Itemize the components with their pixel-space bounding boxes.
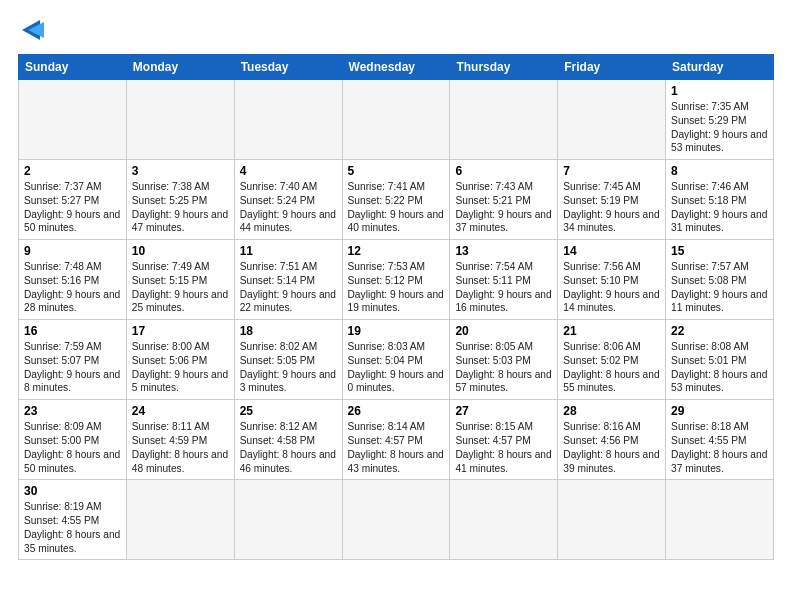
day-cell [126,80,234,160]
day-info: Sunrise: 7:45 AM Sunset: 5:19 PM Dayligh… [563,180,660,235]
day-number: 5 [348,164,445,178]
day-cell: 30Sunrise: 8:19 AM Sunset: 4:55 PM Dayli… [19,480,127,560]
weekday-header-thursday: Thursday [450,55,558,80]
day-number: 17 [132,324,229,338]
day-number: 16 [24,324,121,338]
weekday-header-monday: Monday [126,55,234,80]
day-cell [450,80,558,160]
day-cell: 27Sunrise: 8:15 AM Sunset: 4:57 PM Dayli… [450,400,558,480]
day-number: 28 [563,404,660,418]
day-info: Sunrise: 7:57 AM Sunset: 5:08 PM Dayligh… [671,260,768,315]
day-info: Sunrise: 7:37 AM Sunset: 5:27 PM Dayligh… [24,180,121,235]
day-cell: 13Sunrise: 7:54 AM Sunset: 5:11 PM Dayli… [450,240,558,320]
header [18,18,774,44]
day-cell: 16Sunrise: 7:59 AM Sunset: 5:07 PM Dayli… [19,320,127,400]
day-cell: 24Sunrise: 8:11 AM Sunset: 4:59 PM Dayli… [126,400,234,480]
day-info: Sunrise: 8:09 AM Sunset: 5:00 PM Dayligh… [24,420,121,475]
day-info: Sunrise: 8:08 AM Sunset: 5:01 PM Dayligh… [671,340,768,395]
day-cell: 22Sunrise: 8:08 AM Sunset: 5:01 PM Dayli… [666,320,774,400]
day-info: Sunrise: 7:35 AM Sunset: 5:29 PM Dayligh… [671,100,768,155]
day-cell: 8Sunrise: 7:46 AM Sunset: 5:18 PM Daylig… [666,160,774,240]
day-number: 14 [563,244,660,258]
day-number: 7 [563,164,660,178]
day-number: 8 [671,164,768,178]
day-cell: 2Sunrise: 7:37 AM Sunset: 5:27 PM Daylig… [19,160,127,240]
day-number: 29 [671,404,768,418]
day-info: Sunrise: 8:02 AM Sunset: 5:05 PM Dayligh… [240,340,337,395]
day-number: 20 [455,324,552,338]
day-cell: 26Sunrise: 8:14 AM Sunset: 4:57 PM Dayli… [342,400,450,480]
day-cell [126,480,234,560]
day-info: Sunrise: 8:11 AM Sunset: 4:59 PM Dayligh… [132,420,229,475]
day-cell: 21Sunrise: 8:06 AM Sunset: 5:02 PM Dayli… [558,320,666,400]
day-cell: 5Sunrise: 7:41 AM Sunset: 5:22 PM Daylig… [342,160,450,240]
day-cell: 4Sunrise: 7:40 AM Sunset: 5:24 PM Daylig… [234,160,342,240]
day-number: 24 [132,404,229,418]
page: SundayMondayTuesdayWednesdayThursdayFrid… [0,0,792,612]
day-info: Sunrise: 7:49 AM Sunset: 5:15 PM Dayligh… [132,260,229,315]
day-number: 19 [348,324,445,338]
day-info: Sunrise: 8:00 AM Sunset: 5:06 PM Dayligh… [132,340,229,395]
day-cell [666,480,774,560]
weekday-header-friday: Friday [558,55,666,80]
day-info: Sunrise: 8:14 AM Sunset: 4:57 PM Dayligh… [348,420,445,475]
day-cell: 12Sunrise: 7:53 AM Sunset: 5:12 PM Dayli… [342,240,450,320]
day-cell [342,480,450,560]
day-cell: 1Sunrise: 7:35 AM Sunset: 5:29 PM Daylig… [666,80,774,160]
day-cell: 29Sunrise: 8:18 AM Sunset: 4:55 PM Dayli… [666,400,774,480]
weekday-header-wednesday: Wednesday [342,55,450,80]
week-row-0: 1Sunrise: 7:35 AM Sunset: 5:29 PM Daylig… [19,80,774,160]
day-cell [342,80,450,160]
day-cell [234,80,342,160]
week-row-3: 16Sunrise: 7:59 AM Sunset: 5:07 PM Dayli… [19,320,774,400]
day-cell: 11Sunrise: 7:51 AM Sunset: 5:14 PM Dayli… [234,240,342,320]
day-cell [450,480,558,560]
day-cell: 20Sunrise: 8:05 AM Sunset: 5:03 PM Dayli… [450,320,558,400]
day-cell: 3Sunrise: 7:38 AM Sunset: 5:25 PM Daylig… [126,160,234,240]
day-cell: 6Sunrise: 7:43 AM Sunset: 5:21 PM Daylig… [450,160,558,240]
day-number: 6 [455,164,552,178]
day-cell: 25Sunrise: 8:12 AM Sunset: 4:58 PM Dayli… [234,400,342,480]
day-info: Sunrise: 8:16 AM Sunset: 4:56 PM Dayligh… [563,420,660,475]
day-cell: 10Sunrise: 7:49 AM Sunset: 5:15 PM Dayli… [126,240,234,320]
day-number: 12 [348,244,445,258]
day-number: 2 [24,164,121,178]
day-info: Sunrise: 7:40 AM Sunset: 5:24 PM Dayligh… [240,180,337,235]
day-number: 18 [240,324,337,338]
day-info: Sunrise: 7:54 AM Sunset: 5:11 PM Dayligh… [455,260,552,315]
weekday-header-saturday: Saturday [666,55,774,80]
calendar: SundayMondayTuesdayWednesdayThursdayFrid… [18,54,774,560]
day-cell: 7Sunrise: 7:45 AM Sunset: 5:19 PM Daylig… [558,160,666,240]
logo [18,18,44,44]
day-info: Sunrise: 7:59 AM Sunset: 5:07 PM Dayligh… [24,340,121,395]
day-number: 3 [132,164,229,178]
weekday-header-sunday: Sunday [19,55,127,80]
day-info: Sunrise: 7:43 AM Sunset: 5:21 PM Dayligh… [455,180,552,235]
day-number: 21 [563,324,660,338]
day-number: 22 [671,324,768,338]
day-info: Sunrise: 7:41 AM Sunset: 5:22 PM Dayligh… [348,180,445,235]
weekday-header-tuesday: Tuesday [234,55,342,80]
day-number: 4 [240,164,337,178]
week-row-1: 2Sunrise: 7:37 AM Sunset: 5:27 PM Daylig… [19,160,774,240]
day-info: Sunrise: 7:56 AM Sunset: 5:10 PM Dayligh… [563,260,660,315]
day-info: Sunrise: 7:53 AM Sunset: 5:12 PM Dayligh… [348,260,445,315]
week-row-2: 9Sunrise: 7:48 AM Sunset: 5:16 PM Daylig… [19,240,774,320]
day-cell: 19Sunrise: 8:03 AM Sunset: 5:04 PM Dayli… [342,320,450,400]
logo-icon [22,20,44,40]
day-info: Sunrise: 7:46 AM Sunset: 5:18 PM Dayligh… [671,180,768,235]
day-number: 27 [455,404,552,418]
day-cell: 28Sunrise: 8:16 AM Sunset: 4:56 PM Dayli… [558,400,666,480]
day-cell: 23Sunrise: 8:09 AM Sunset: 5:00 PM Dayli… [19,400,127,480]
day-info: Sunrise: 8:05 AM Sunset: 5:03 PM Dayligh… [455,340,552,395]
day-cell: 14Sunrise: 7:56 AM Sunset: 5:10 PM Dayli… [558,240,666,320]
day-info: Sunrise: 8:15 AM Sunset: 4:57 PM Dayligh… [455,420,552,475]
day-info: Sunrise: 7:48 AM Sunset: 5:16 PM Dayligh… [24,260,121,315]
week-row-5: 30Sunrise: 8:19 AM Sunset: 4:55 PM Dayli… [19,480,774,560]
day-number: 15 [671,244,768,258]
day-info: Sunrise: 8:18 AM Sunset: 4:55 PM Dayligh… [671,420,768,475]
day-number: 10 [132,244,229,258]
day-cell: 17Sunrise: 8:00 AM Sunset: 5:06 PM Dayli… [126,320,234,400]
day-info: Sunrise: 8:06 AM Sunset: 5:02 PM Dayligh… [563,340,660,395]
day-info: Sunrise: 8:12 AM Sunset: 4:58 PM Dayligh… [240,420,337,475]
